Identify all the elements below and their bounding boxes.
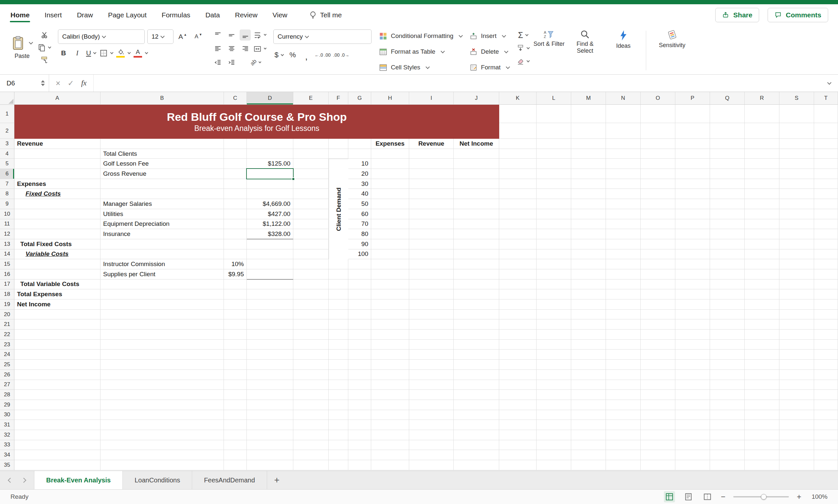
cell-B10[interactable]: Utilities [101, 209, 224, 219]
cell-N12[interactable] [606, 229, 641, 239]
cell-F4[interactable] [329, 149, 348, 159]
cell-D27[interactable] [247, 380, 293, 390]
cell-F19[interactable] [329, 300, 348, 310]
cell-P18[interactable] [675, 289, 710, 300]
column-header-J[interactable]: J [454, 92, 499, 105]
menu-tab-view[interactable]: View [272, 6, 288, 24]
cell-B27[interactable] [101, 380, 224, 390]
cell-I17[interactable] [409, 280, 454, 290]
cell-N30[interactable] [606, 410, 641, 420]
cell-R2[interactable] [745, 123, 780, 139]
cell-R30[interactable] [745, 410, 780, 420]
cell-T34[interactable] [814, 450, 838, 460]
cell-Q22[interactable] [710, 329, 745, 340]
cell-G5[interactable]: 10 [348, 159, 371, 169]
cell-K30[interactable] [499, 410, 536, 420]
cell-P35[interactable] [675, 460, 710, 470]
cell-C6[interactable] [224, 169, 247, 179]
cell-P34[interactable] [675, 450, 710, 460]
cell-J33[interactable] [454, 440, 499, 450]
cell-D24[interactable] [247, 349, 293, 360]
cell-K10[interactable] [499, 209, 536, 219]
format-as-table-chevron[interactable] [441, 49, 445, 53]
cell-K17[interactable] [499, 280, 536, 290]
cell-H18[interactable] [371, 289, 409, 300]
cell-P11[interactable] [675, 219, 710, 230]
cell-B4[interactable]: Total Clients [101, 149, 224, 159]
cell-H23[interactable] [371, 340, 409, 350]
cell-E28[interactable] [293, 390, 329, 400]
cell-Q30[interactable] [710, 410, 745, 420]
cell-C31[interactable] [224, 420, 247, 430]
cell-T15[interactable] [814, 259, 838, 269]
cell-Q27[interactable] [710, 380, 745, 390]
cell-T2[interactable] [814, 123, 838, 139]
cell-G6[interactable]: 20 [348, 169, 371, 179]
cell-K25[interactable] [499, 360, 536, 370]
format-as-table-button[interactable]: Format as Table [379, 45, 462, 58]
cell-C28[interactable] [224, 390, 247, 400]
cell-A22[interactable] [14, 329, 101, 340]
cell-D20[interactable] [247, 310, 293, 320]
cell-K22[interactable] [499, 329, 536, 340]
increase-indent-button[interactable] [226, 57, 237, 68]
cell-A29[interactable] [14, 400, 101, 410]
cell-P23[interactable] [675, 340, 710, 350]
cell-K2[interactable] [499, 123, 536, 139]
underline-button[interactable]: U [86, 48, 96, 58]
cell-J15[interactable] [454, 259, 499, 269]
cell-M32[interactable] [571, 430, 606, 440]
cell-R6[interactable] [745, 169, 780, 179]
cell-E16[interactable] [293, 269, 329, 280]
comma-style-button[interactable]: , [301, 50, 312, 60]
cell-H5[interactable] [371, 159, 409, 169]
decrease-indent-button[interactable] [212, 57, 223, 68]
cell-H16[interactable] [371, 269, 409, 280]
cell-E22[interactable] [293, 329, 329, 340]
row-header-32[interactable]: 32 [0, 430, 14, 440]
cell-I14[interactable] [409, 249, 454, 259]
cell-L31[interactable] [536, 420, 571, 430]
cell-S12[interactable] [780, 229, 814, 239]
cell-H10[interactable] [371, 209, 409, 219]
cell-I33[interactable] [409, 440, 454, 450]
cell-N31[interactable] [606, 420, 641, 430]
cell-R24[interactable] [745, 349, 780, 360]
cell-A23[interactable] [14, 340, 101, 350]
cell-N13[interactable] [606, 239, 641, 249]
zoom-out-button[interactable]: − [721, 492, 725, 501]
cell-M17[interactable] [571, 280, 606, 290]
cell-G24[interactable] [348, 349, 371, 360]
cell-Q15[interactable] [710, 259, 745, 269]
cell-J21[interactable] [454, 320, 499, 329]
cell-I32[interactable] [409, 430, 454, 440]
insert-function-icon[interactable]: fx [81, 79, 87, 87]
cell-A32[interactable] [14, 430, 101, 440]
cell-F23[interactable] [329, 340, 348, 350]
cell-J30[interactable] [454, 410, 499, 420]
cell-Q26[interactable] [710, 370, 745, 380]
cell-H6[interactable] [371, 169, 409, 179]
cell-L5[interactable] [536, 159, 571, 169]
cell-A12[interactable] [14, 229, 101, 239]
borders-button[interactable] [99, 47, 113, 59]
cell-I19[interactable] [409, 300, 454, 310]
cell-M6[interactable] [571, 169, 606, 179]
row-header-3[interactable]: 3 [0, 139, 14, 149]
cell-M31[interactable] [571, 420, 606, 430]
italic-button[interactable]: I [72, 48, 83, 58]
cell-S8[interactable] [780, 189, 814, 199]
cell-M35[interactable] [571, 460, 606, 470]
cell-O3[interactable] [641, 139, 675, 149]
cell-S6[interactable] [780, 169, 814, 179]
cell-T33[interactable] [814, 440, 838, 450]
cell-M10[interactable] [571, 209, 606, 219]
row-header-28[interactable]: 28 [0, 390, 14, 400]
row-header-6[interactable]: 6 [0, 169, 14, 179]
cell-G14[interactable]: 100 [348, 249, 371, 259]
cell-E31[interactable] [293, 420, 329, 430]
decrease-decimal-button[interactable]: .00 .0→ [333, 49, 349, 61]
cell-H29[interactable] [371, 400, 409, 410]
cell-O5[interactable] [641, 159, 675, 169]
cell-Q21[interactable] [710, 320, 745, 329]
